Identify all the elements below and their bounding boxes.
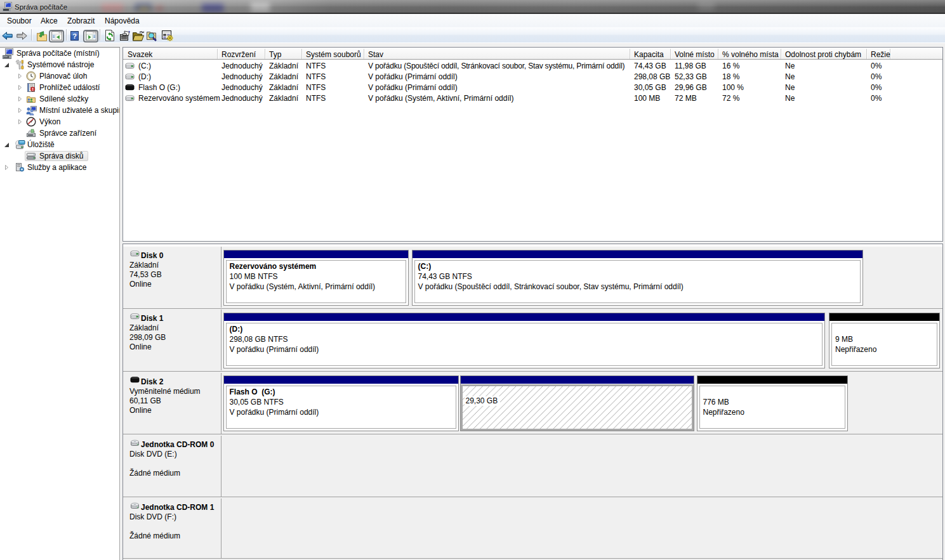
svg-text:?: ?	[72, 32, 77, 40]
